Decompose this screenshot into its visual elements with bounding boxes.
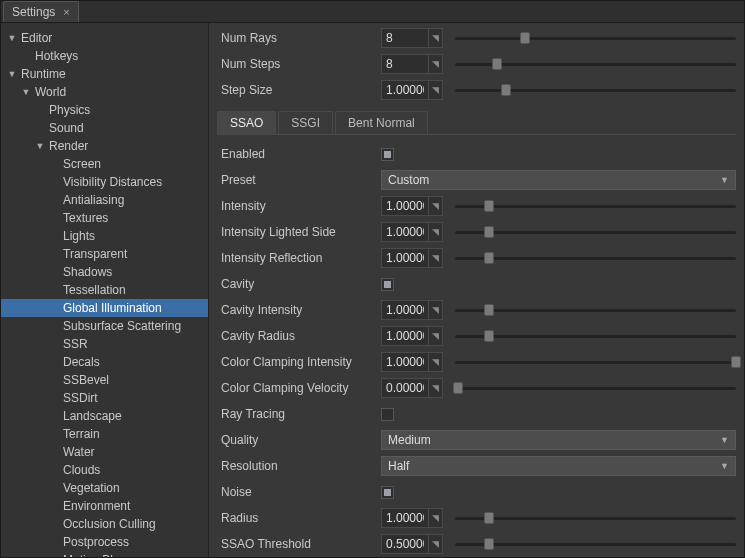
ssao-threshold-input[interactable]	[382, 537, 428, 551]
enabled-checkbox[interactable]	[381, 148, 394, 161]
sidebar-item-physics[interactable]: Physics	[1, 101, 208, 119]
num-rays-slider[interactable]	[455, 29, 736, 47]
color-clamping-velocity-input[interactable]	[382, 381, 428, 395]
sidebar-item-water[interactable]: Water	[1, 443, 208, 461]
color-clamping-velocity-slider[interactable]	[455, 379, 736, 397]
color-clamping-intensity-slider[interactable]	[455, 353, 736, 371]
stepper-icon[interactable]: ◥	[428, 353, 442, 371]
slider-thumb[interactable]	[484, 226, 494, 238]
sidebar-item-ssbevel[interactable]: SSBevel	[1, 371, 208, 389]
sidebar-item-editor[interactable]: ▼Editor	[1, 29, 208, 47]
chevron-down-icon[interactable]: ▼	[7, 69, 17, 79]
sidebar-item-tessellation[interactable]: Tessellation	[1, 281, 208, 299]
num-steps-input[interactable]	[382, 57, 428, 71]
sidebar-item-terrain[interactable]: Terrain	[1, 425, 208, 443]
ray-tracing-checkbox[interactable]	[381, 408, 394, 421]
stepper-icon[interactable]: ◥	[428, 301, 442, 319]
tab-ssao[interactable]: SSAO	[217, 111, 276, 134]
stepper-icon[interactable]: ◥	[428, 379, 442, 397]
step-size-input[interactable]	[382, 83, 428, 97]
step-size-slider[interactable]	[455, 81, 736, 99]
color-clamping-velocity-field[interactable]: ◥	[381, 378, 443, 398]
num-rays-field[interactable]: ◥	[381, 28, 443, 48]
sidebar-item-ssr[interactable]: SSR	[1, 335, 208, 353]
chevron-down-icon[interactable]: ▼	[35, 141, 45, 151]
tab-ssgi[interactable]: SSGI	[278, 111, 333, 134]
stepper-icon[interactable]: ◥	[428, 81, 442, 99]
intensity-reflection-input[interactable]	[382, 251, 428, 265]
sidebar-item-world[interactable]: ▼World	[1, 83, 208, 101]
tab-bent-normal[interactable]: Bent Normal	[335, 111, 428, 134]
cavity-intensity-field[interactable]: ◥	[381, 300, 443, 320]
cavity-radius-field[interactable]: ◥	[381, 326, 443, 346]
ssao-threshold-slider[interactable]	[455, 535, 736, 553]
slider-thumb[interactable]	[492, 58, 502, 70]
sidebar-item-hotkeys[interactable]: Hotkeys	[1, 47, 208, 65]
chevron-down-icon[interactable]: ▼	[21, 87, 31, 97]
settings-content[interactable]: Num Rays◥Num Steps◥Step Size◥SSAOSSGIBen…	[209, 23, 744, 557]
slider-thumb[interactable]	[484, 304, 494, 316]
sidebar-item-textures[interactable]: Textures	[1, 209, 208, 227]
color-clamping-intensity-input[interactable]	[382, 355, 428, 369]
sidebar-item-landscape[interactable]: Landscape	[1, 407, 208, 425]
chevron-down-icon[interactable]: ▼	[7, 33, 17, 43]
noise-checkbox[interactable]	[381, 486, 394, 499]
stepper-icon[interactable]: ◥	[428, 29, 442, 47]
slider-thumb[interactable]	[484, 538, 494, 550]
num-steps-slider[interactable]	[455, 55, 736, 73]
num-steps-field[interactable]: ◥	[381, 54, 443, 74]
slider-thumb[interactable]	[453, 382, 463, 394]
ssao-threshold-field[interactable]: ◥	[381, 534, 443, 554]
stepper-icon[interactable]: ◥	[428, 55, 442, 73]
intensity-reflection-field[interactable]: ◥	[381, 248, 443, 268]
radius-field[interactable]: ◥	[381, 508, 443, 528]
quality-select[interactable]: Medium▼	[381, 430, 736, 450]
stepper-icon[interactable]: ◥	[428, 327, 442, 345]
sidebar-item-clouds[interactable]: Clouds	[1, 461, 208, 479]
step-size-field[interactable]: ◥	[381, 80, 443, 100]
cavity-intensity-slider[interactable]	[455, 301, 736, 319]
slider-thumb[interactable]	[520, 32, 530, 44]
sidebar-item-decals[interactable]: Decals	[1, 353, 208, 371]
intensity-lighted-side-input[interactable]	[382, 225, 428, 239]
sidebar-item-vegetation[interactable]: Vegetation	[1, 479, 208, 497]
sidebar-item-visibility-distances[interactable]: Visibility Distances	[1, 173, 208, 191]
radius-input[interactable]	[382, 511, 428, 525]
sidebar-tree[interactable]: ▼EditorHotkeys▼Runtime▼WorldPhysicsSound…	[1, 23, 209, 557]
slider-thumb[interactable]	[484, 200, 494, 212]
sidebar-item-transparent[interactable]: Transparent	[1, 245, 208, 263]
slider-thumb[interactable]	[501, 84, 511, 96]
sidebar-item-environment[interactable]: Environment	[1, 497, 208, 515]
slider-thumb[interactable]	[484, 512, 494, 524]
sidebar-item-antialiasing[interactable]: Antialiasing	[1, 191, 208, 209]
cavity-intensity-input[interactable]	[382, 303, 428, 317]
tab-settings[interactable]: Settings ×	[3, 1, 79, 22]
sidebar-item-ssdirt[interactable]: SSDirt	[1, 389, 208, 407]
sidebar-item-render[interactable]: ▼Render	[1, 137, 208, 155]
sidebar-item-lights[interactable]: Lights	[1, 227, 208, 245]
sidebar-item-global-illumination[interactable]: Global Illumination	[1, 299, 208, 317]
sidebar-item-sound[interactable]: Sound	[1, 119, 208, 137]
color-clamping-intensity-field[interactable]: ◥	[381, 352, 443, 372]
intensity-lighted-side-field[interactable]: ◥	[381, 222, 443, 242]
intensity-field[interactable]: ◥	[381, 196, 443, 216]
stepper-icon[interactable]: ◥	[428, 509, 442, 527]
sidebar-item-occlusion-culling[interactable]: Occlusion Culling	[1, 515, 208, 533]
radius-slider[interactable]	[455, 509, 736, 527]
sidebar-item-shadows[interactable]: Shadows	[1, 263, 208, 281]
cavity-checkbox[interactable]	[381, 278, 394, 291]
resolution-select[interactable]: Half▼	[381, 456, 736, 476]
stepper-icon[interactable]: ◥	[428, 249, 442, 267]
sidebar-item-postprocess[interactable]: Postprocess	[1, 533, 208, 551]
stepper-icon[interactable]: ◥	[428, 197, 442, 215]
sidebar-item-motion-blur[interactable]: Motion Blur	[1, 551, 208, 557]
intensity-slider[interactable]	[455, 197, 736, 215]
intensity-lighted-side-slider[interactable]	[455, 223, 736, 241]
sidebar-item-runtime[interactable]: ▼Runtime	[1, 65, 208, 83]
slider-thumb[interactable]	[731, 356, 741, 368]
slider-thumb[interactable]	[484, 252, 494, 264]
sidebar-item-screen[interactable]: Screen	[1, 155, 208, 173]
stepper-icon[interactable]: ◥	[428, 223, 442, 241]
intensity-reflection-slider[interactable]	[455, 249, 736, 267]
slider-thumb[interactable]	[484, 330, 494, 342]
